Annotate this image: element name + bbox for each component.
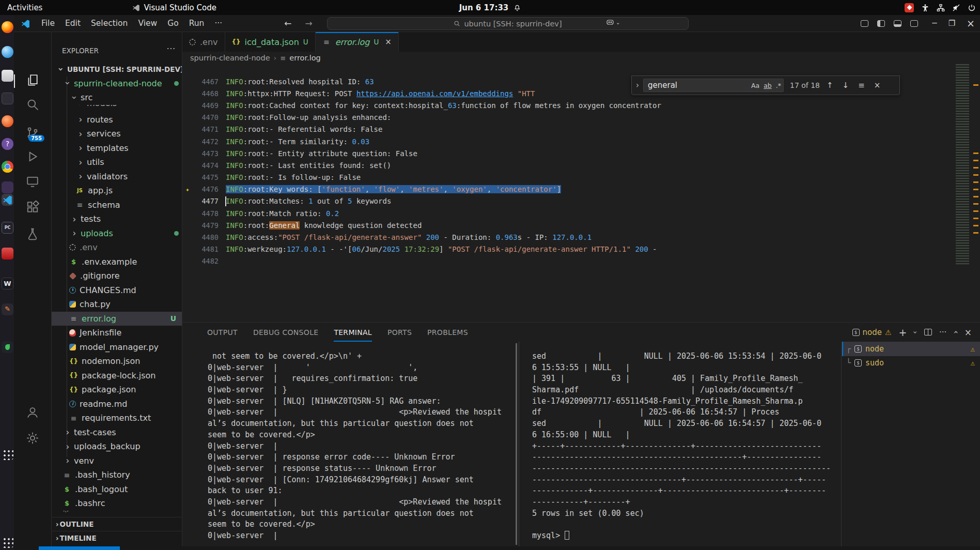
terminal-title[interactable]: $ node ⚠ <box>852 328 892 337</box>
menu-file[interactable]: File <box>36 19 60 28</box>
command-center-search[interactable]: ubuntu [SSH: spurrin-dev] <box>327 17 689 30</box>
nav-forward-button[interactable]: → <box>305 18 312 28</box>
toggle-secondary-sidebar-icon[interactable] <box>910 20 918 27</box>
breadcrumb-file[interactable]: error.log <box>289 54 321 62</box>
maximize-panel-icon[interactable]: › <box>951 330 960 333</box>
breadcrumb[interactable]: spurrin-cleaned-node › ≡ error.log <box>182 52 980 64</box>
tree-item-package.json[interactable]: {} package.json <box>52 383 182 397</box>
tree-item-utils[interactable]: ›utils <box>52 155 182 170</box>
terminal-sudo[interactable]: sed | NULL | 2025-06-06 15:53:54 | 2025-… <box>520 342 837 547</box>
remote-indicator[interactable]: ›‹ SSH: spurrin-dev <box>39 546 120 550</box>
panel-more-actions[interactable]: ··· <box>939 328 946 337</box>
menu-view[interactable]: View <box>133 19 162 28</box>
terminal-node[interactable]: not seem to be covered.</p>\n' +0|web-se… <box>182 342 519 547</box>
show-applications-icon[interactable] <box>2 536 13 548</box>
tree-item-test-cases[interactable]: ›test-cases <box>52 425 182 440</box>
timeline-section[interactable]: ›TIMELINE <box>52 531 182 545</box>
minimize-button[interactable]: ─ <box>932 19 937 28</box>
menu-overflow[interactable]: ··· <box>209 19 227 28</box>
settings-gear-icon[interactable] <box>26 431 40 445</box>
nav-back-button[interactable]: ← <box>284 18 291 28</box>
find-next-button[interactable]: ↓ <box>840 81 852 90</box>
extensions-icon[interactable] <box>26 201 39 214</box>
terminal-scrollbar[interactable] <box>516 343 517 545</box>
tree-item-.env[interactable]: .env <box>52 240 182 255</box>
close-button[interactable]: × <box>967 18 975 29</box>
close-panel-icon[interactable]: × <box>965 327 972 338</box>
tree-item-requirements.txt[interactable]: ≡ requirements.txt <box>52 411 182 425</box>
tree-item-src[interactable]: ›src <box>52 90 182 105</box>
menu-selection[interactable]: Selection <box>86 19 133 28</box>
terminal-split-divider[interactable] <box>519 342 519 547</box>
accounts-icon[interactable] <box>26 405 40 419</box>
vscode-icon[interactable] <box>2 194 13 206</box>
files-icon[interactable] <box>2 70 13 82</box>
menu-run[interactable]: Run <box>184 19 210 28</box>
tree-item-.gitignore[interactable]: .gitignore <box>52 269 182 283</box>
tool-icon[interactable] <box>2 181 13 193</box>
clock[interactable]: Jun 6 17:33 <box>459 3 521 12</box>
app-grid-icon[interactable] <box>2 448 13 460</box>
remote-explorer-icon[interactable] <box>26 175 39 188</box>
run-debug-icon[interactable] <box>26 150 39 163</box>
tree-item-services[interactable]: ›services <box>52 127 182 141</box>
tree-item-templates[interactable]: ›templates <box>52 141 182 156</box>
tree-item-.bashrc[interactable]: $ .bashrc <box>52 496 182 511</box>
menu-go[interactable]: Go <box>162 19 184 28</box>
tree-item-readme.md[interactable]: i readme.md <box>52 397 182 411</box>
w-app-icon[interactable]: W <box>2 278 13 289</box>
find-close-button[interactable]: × <box>872 81 883 90</box>
panel-tab-output[interactable]: OUTPUT <box>207 323 238 342</box>
find-input[interactable] <box>644 81 749 90</box>
panel-tab-debug-console[interactable]: DEBUG CONSOLE <box>253 323 319 342</box>
tree-item-schema[interactable]: ≡ schema <box>52 198 182 212</box>
tree-item-app.js[interactable]: JS app.js <box>52 184 182 198</box>
chrome-icon[interactable] <box>2 161 13 173</box>
tree-item-spurrin-cleaned-node[interactable]: ›spurrin-cleaned-node <box>52 77 182 91</box>
match-case-toggle[interactable]: Aa <box>749 81 761 90</box>
tree-item-.env.example[interactable]: $ .env.example <box>52 255 182 269</box>
panel-tab-ports[interactable]: PORTS <box>387 323 412 342</box>
vscode-menu-logo-icon[interactable] <box>21 19 30 28</box>
whole-word-toggle[interactable]: ab <box>761 81 774 90</box>
outline-section[interactable]: ›OUTLINE <box>52 517 182 531</box>
tree-item-uploads[interactable]: ›uploads <box>52 226 182 241</box>
terminal-list-item-node[interactable]: ┌$node⚠ <box>842 342 980 356</box>
browser-icon[interactable] <box>2 46 13 58</box>
regex-toggle[interactable]: .* <box>774 81 783 90</box>
tree-item-models[interactable]: ›models <box>52 105 182 113</box>
tab-.env[interactable]: .env <box>182 32 225 52</box>
close-tab-icon[interactable]: × <box>385 37 392 47</box>
find-in-selection-button[interactable]: ≡ <box>855 81 867 90</box>
terminal-profile-dropdown-icon[interactable]: › <box>911 331 920 334</box>
terminal-icon[interactable] <box>2 93 13 104</box>
minimap[interactable] <box>956 64 969 266</box>
copilot-icon[interactable]: ⌄ <box>606 19 620 26</box>
firefox-icon[interactable] <box>2 21 13 33</box>
activities-button[interactable]: Activities <box>0 3 50 12</box>
system-tray[interactable] <box>905 3 976 12</box>
menu-edit[interactable]: Edit <box>60 19 86 28</box>
restore-button[interactable]: ❐ <box>948 19 955 28</box>
pc-icon[interactable]: PC <box>2 222 13 234</box>
search-view-icon[interactable] <box>26 98 39 111</box>
editor-pane[interactable]: 4467INFO:root:Resolved hospital ID: 6344… <box>182 64 980 322</box>
tree-item-routes[interactable]: ›routes <box>52 113 182 127</box>
tree-root[interactable]: ›UBUNTU [SSH: SPURRIN-DEV] <box>52 62 182 77</box>
tree-item-.bash_logout[interactable]: $ .bash_logout <box>52 482 182 497</box>
overview-ruler[interactable] <box>970 64 980 322</box>
pencil-icon[interactable]: ✎ <box>2 303 13 315</box>
tab-error.log[interactable]: ≡error.logU× <box>316 32 399 52</box>
terminal-list-item-sudo[interactable]: └$sudo⚠ <box>842 356 980 371</box>
tree-item-error.log[interactable]: ≡ error.logU <box>52 312 182 326</box>
find-previous-button[interactable]: ↑ <box>824 81 836 90</box>
red-app-icon[interactable] <box>2 248 13 259</box>
explorer-more-actions[interactable]: ··· <box>167 44 176 54</box>
leaf-app-icon[interactable] <box>2 341 13 353</box>
customize-layout-icon[interactable] <box>861 20 868 27</box>
tree-item-.bash_history[interactable]: ≡ .bash_history <box>52 468 182 482</box>
tab-icd_data.json[interactable]: {}icd_data.jsonU <box>225 32 316 52</box>
tree-item-venv[interactable]: ›venv <box>52 454 182 468</box>
tree-item-CHANGES.md[interactable]: CHANGES.md <box>52 283 182 298</box>
panel-tab-terminal[interactable]: TERMINAL <box>334 323 372 342</box>
